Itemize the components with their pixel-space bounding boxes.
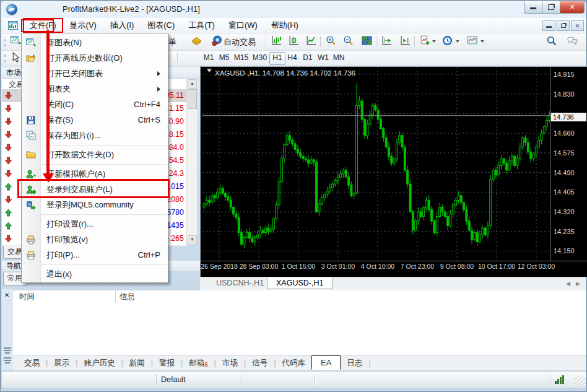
toolbar-grip[interactable] <box>4 53 6 63</box>
resize-grip[interactable] <box>575 377 585 386</box>
tab-scroll-right-icon[interactable]: ▶ <box>576 281 580 287</box>
bar-chart-icon <box>271 35 282 48</box>
scroll-down-icon[interactable]: ▼ <box>188 235 197 245</box>
tab-scroll-left-icon[interactable]: ◀ <box>566 281 570 287</box>
zoom-out-button[interactable] <box>341 35 355 48</box>
terminal-tab-6[interactable]: 市场 <box>216 356 244 370</box>
time-axis-label: 12 Oct 03:00 <box>518 263 555 270</box>
terminal-tab-0[interactable]: 交易 <box>18 356 46 370</box>
menubar-item-0[interactable]: 文件(F) <box>23 18 63 33</box>
toolbar-grip[interactable] <box>4 36 6 47</box>
scrollbar-thumb[interactable] <box>188 89 197 109</box>
file-menu-item-14[interactable]: 打印设置(r)... <box>22 216 168 232</box>
terminal-col-message[interactable]: 信息 <box>120 292 135 302</box>
chart-window[interactable]: XAGUSD-,H1. 14.708 14.736 14.702 14.736 … <box>200 66 587 277</box>
chat-button[interactable] <box>565 35 579 48</box>
terminal-col-time[interactable]: 时间 <box>19 292 35 302</box>
market-watch-scrollbar[interactable]: ▲ ▼ <box>186 79 197 245</box>
menubar-item-5[interactable]: 窗口(W) <box>222 18 264 33</box>
terminal-tab-ea[interactable]: EA <box>311 355 341 370</box>
terminal-tab-10[interactable]: 日志 <box>341 356 368 370</box>
timeframe-m5[interactable]: M5 <box>217 52 232 64</box>
terminal-tab-1[interactable]: 展示 <box>48 356 76 370</box>
zoom-in-icon <box>326 35 336 48</box>
timeframe-mn[interactable]: MN <box>331 52 346 64</box>
profile-selector[interactable]: Default <box>161 375 186 384</box>
zoom-out-icon <box>343 35 354 48</box>
chart-shift-button[interactable] <box>398 35 412 48</box>
search-button[interactable] <box>544 35 558 48</box>
mdi-minimize-button[interactable]: ▬ <box>542 20 555 31</box>
minimize-button[interactable]: ▬ <box>524 1 542 14</box>
file-menu-item-1[interactable]: 打开离线历史数据(O) <box>22 50 168 66</box>
menubar-item-1[interactable]: 显示(V) <box>63 18 103 33</box>
chart-plot[interactable] <box>202 67 551 261</box>
restore-button[interactable] <box>542 1 560 14</box>
zoom-in-button[interactable] <box>324 35 337 48</box>
file-menu-item-5[interactable]: 保存(S)Ctrl+S <box>22 112 168 128</box>
file-menu-item-12[interactable]: 5登录到MQL5.community <box>22 197 168 212</box>
chart-folder-button[interactable] <box>189 35 203 48</box>
indicators-dropdown[interactable] <box>432 40 436 45</box>
menubar-item-2[interactable]: 插入(I) <box>103 18 141 33</box>
file-menu-item-3[interactable]: 图表夹 <box>22 81 168 97</box>
candlestick-button[interactable] <box>287 35 300 48</box>
chart-menu-icon[interactable] <box>207 69 212 75</box>
indicators-button[interactable] <box>418 35 432 48</box>
menubar-item-4[interactable]: 工具(T) <box>181 18 222 33</box>
file-menu-item-0[interactable]: 新图表(N) <box>22 35 168 50</box>
autotrading-icon-wrap[interactable] <box>210 35 224 48</box>
close-button[interactable]: ✕ <box>560 1 585 14</box>
m-login-icon <box>22 185 40 194</box>
file-menu-item-2[interactable]: 打开已关闭图表 <box>22 66 168 81</box>
mdi-restore-button[interactable] <box>557 20 570 31</box>
timeframe-d1[interactable]: D1 <box>300 52 315 64</box>
submenu-arrow-icon <box>157 71 163 76</box>
tab-divider: | <box>368 359 370 367</box>
price-axis-label: 14.830 <box>554 90 585 98</box>
bar-chart-button[interactable] <box>269 35 283 48</box>
chart-tab-usdcnh[interactable]: USDCNH-,H1 <box>207 277 272 289</box>
periods-dropdown[interactable] <box>456 40 459 45</box>
templates-button[interactable] <box>465 35 479 48</box>
file-menu-item-16[interactable]: 打印(P)...Ctrl+P <box>22 247 168 263</box>
scroll-up-icon[interactable]: ▲ <box>188 79 197 89</box>
terminal-tab-5[interactable]: 邮箱6 <box>183 356 214 370</box>
mdi-close-button[interactable]: ✕ <box>571 20 584 31</box>
file-menu-item-18[interactable]: 退出(x) <box>22 266 168 282</box>
time-axis-label: 26 Sep 2018 <box>201 263 238 270</box>
timeframe-m1[interactable]: M1 <box>201 52 216 64</box>
autotrading-button[interactable]: 自动交易 <box>224 37 256 48</box>
terminal-tab-8[interactable]: 代码库 <box>276 356 312 370</box>
terminal-tab-7[interactable]: 信号 <box>246 356 274 370</box>
file-menu-item-8[interactable]: 打开数据文件夹(D) <box>22 147 168 162</box>
periods-button[interactable] <box>440 35 454 48</box>
terminal-close-icon[interactable]: ✕ <box>4 292 9 298</box>
file-menu-item-11[interactable]: 登录到交易账户(L) <box>22 181 168 197</box>
timeframe-m15[interactable]: M15 <box>232 52 250 64</box>
menubar-item-3[interactable]: 图表(C) <box>141 18 181 33</box>
timeframe-m30[interactable]: M30 <box>251 52 269 64</box>
line-chart-button[interactable] <box>304 35 318 48</box>
timeframe-h1[interactable]: H1 <box>269 52 285 65</box>
cursor-button[interactable] <box>9 52 22 64</box>
terminal-tab-2[interactable]: 账户历史 <box>78 356 121 370</box>
time-axis-label: 28 Sep 03:00 <box>240 263 278 270</box>
file-menu-item-15[interactable]: 打印预览(v) <box>22 232 168 247</box>
chart-tab-xagusd[interactable]: XAGUSD-,H1 <box>267 277 333 289</box>
column-divider[interactable] <box>115 290 116 303</box>
template-icon <box>467 35 477 48</box>
new-chart-button[interactable] <box>9 35 22 48</box>
file-menu-item-4[interactable]: 关闭(C)Ctrl+F4 <box>22 97 168 112</box>
menubar-item-6[interactable]: 帮助(H) <box>264 18 305 33</box>
templates-dropdown[interactable] <box>480 40 484 45</box>
timeframe-w1[interactable]: W1 <box>316 52 331 64</box>
terminal-tab-3[interactable]: 新闻 <box>123 356 151 370</box>
auto-scroll-button[interactable] <box>380 35 393 48</box>
terminal-content[interactable] <box>13 303 586 355</box>
file-menu-item-6[interactable]: 保存为图片(i)... <box>22 128 168 143</box>
timeframe-h4[interactable]: H4 <box>285 52 300 64</box>
tile-windows-button[interactable] <box>360 35 373 48</box>
terminal-tab-4[interactable]: 警报 <box>153 356 181 370</box>
terminal-dock-strip[interactable] <box>2 289 14 370</box>
